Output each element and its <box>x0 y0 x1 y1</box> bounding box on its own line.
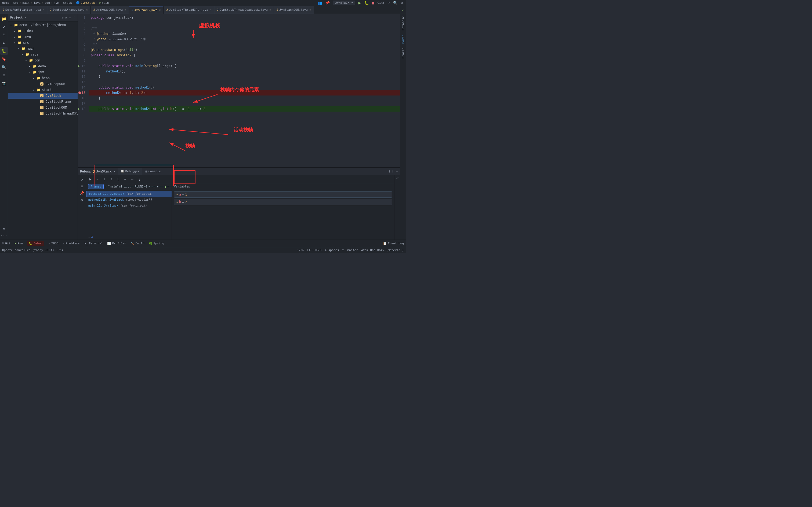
tree-item-stack[interactable]: ▾ 📁 stack <box>8 87 78 93</box>
debug-btn-more[interactable]: ⋮ <box>137 176 142 182</box>
sidebar-icon-commit[interactable]: ✔ <box>0 23 8 31</box>
sidebar-icon-vcs[interactable]: ⑂ <box>0 31 8 39</box>
debug-btn-step-out[interactable]: ↑ <box>108 176 114 182</box>
tree-item-demo-folder[interactable]: ▸ 📁 demo <box>8 63 78 69</box>
tree-item-jvmstackthreadcpu[interactable]: J JvmStackThreadCPU <box>8 111 78 116</box>
frames-minus-icon[interactable]: − <box>167 184 169 189</box>
bottom-debug[interactable]: 🐛 Debug <box>27 241 44 246</box>
breadcrumb-main[interactable]: main <box>22 1 30 5</box>
debug-btn-evaluate[interactable]: Ε <box>115 176 121 182</box>
debug-btn-step-over[interactable]: ↷ <box>95 176 100 182</box>
project-header-settings-icon[interactable]: ⚙ <box>62 16 64 19</box>
thread-dropdown-arrow[interactable]: ▾ <box>148 185 150 188</box>
sidebar-icon-project[interactable]: 📁 <box>0 15 8 22</box>
tree-item-com[interactable]: ▾ 📁 com <box>8 57 78 63</box>
sidebar-icon-debug[interactable]: 🐛 <box>0 47 8 55</box>
debug-button[interactable]: 🐛 <box>364 1 369 5</box>
tree-item-main[interactable]: ▾ 📁 main <box>8 46 78 52</box>
debug-minimize-icon[interactable]: ─ <box>396 170 398 173</box>
tree-item-jvmstack[interactable]: J JvmStack <box>8 93 78 99</box>
tree-item-root[interactable]: ▾ 📁 demo ~/IdeaProjects/demo <box>8 22 78 28</box>
debug-btn-step-into[interactable]: ↓ <box>101 176 107 182</box>
tab-close-jvmstack[interactable]: × <box>159 9 161 11</box>
debug-tool-pin[interactable]: 📌 <box>79 190 85 196</box>
tab-jvmstack[interactable]: J JvmStack.java × <box>129 6 163 14</box>
sidebar-icon-camera[interactable]: 📷 <box>0 79 8 87</box>
debug-btn-run-cursor[interactable]: ⇨ <box>130 176 135 182</box>
bottom-run[interactable]: ▶ Run <box>15 242 23 245</box>
status-indent[interactable]: 4 spaces <box>325 248 339 252</box>
sidebar-icon-structure[interactable]: ≡ <box>0 71 8 79</box>
debug-btn-force-step[interactable]: ⇉ <box>122 176 129 182</box>
project-header-expand-icon[interactable]: ⤢ <box>65 16 67 19</box>
debug-right-icon-expand[interactable]: ⤢ <box>396 176 399 180</box>
status-encoding[interactable]: LF UTF-8 <box>307 248 321 252</box>
breakpoint-15[interactable] <box>79 92 81 94</box>
tab-close-jvmstackframe[interactable]: × <box>86 8 88 11</box>
frame-item-method2[interactable]: method2:19, JvmStack (com.jvm.stack) <box>86 191 171 196</box>
tree-item-jvmstackoom[interactable]: J JvmStackOOM <box>8 105 78 111</box>
project-header-gear-icon[interactable]: ⋮ <box>72 16 75 19</box>
frames-label-button[interactable]: Frames <box>88 184 104 189</box>
tree-item-jvm[interactable]: ▾ 📁 jvm <box>8 69 78 75</box>
debug-tool-list[interactable]: ≡ <box>79 183 85 189</box>
tree-item-mvn[interactable]: ▸ 📁 .mvn <box>8 34 78 40</box>
right-sidebar-maven[interactable]: Maven <box>401 33 405 46</box>
tab-demoapplication[interactable]: J DemoApplication.java × <box>0 6 47 14</box>
tree-item-jvmstackframe[interactable]: J JvmStackFrame <box>8 99 78 105</box>
debug-tool-restart[interactable]: ↺ <box>79 176 85 182</box>
bottom-build[interactable]: 🔨 Build <box>131 242 144 245</box>
tab-jvmstackoom[interactable]: J JvmStackOOM.java × <box>274 6 314 14</box>
bottom-problems[interactable]: ⚠ Problems <box>63 242 80 245</box>
run-arrow-10[interactable]: ▶ <box>79 63 80 69</box>
breadcrumb-java[interactable]: java <box>34 1 41 5</box>
tab-close-jvmstackthreadcpu[interactable]: × <box>210 8 211 11</box>
status-vcs[interactable]: master <box>347 248 358 252</box>
thread-down-arrow[interactable]: ↓ <box>154 185 156 188</box>
breadcrumb-jvm[interactable]: jvm <box>54 1 59 5</box>
breadcrumb-com[interactable]: com <box>45 1 50 5</box>
breadcrumb-jvmstack[interactable]: JvmStack <box>81 1 95 5</box>
thread-filter-icon[interactable]: ▼ <box>157 185 159 188</box>
bottom-eventlog[interactable]: 📋 Event Log <box>383 242 404 245</box>
tree-item-heap[interactable]: ▾ 📁 heap <box>8 75 78 81</box>
debug-close-btn[interactable]: × <box>114 170 116 173</box>
bottom-profiler[interactable]: 📊 Profiler <box>107 242 126 245</box>
tab-close-jvmheapoom[interactable]: × <box>124 8 126 11</box>
tab-jvmstackthreaddeadlock[interactable]: J JvmStackThreadDeadLock.java × <box>214 6 274 14</box>
breadcrumb-src[interactable]: src <box>13 1 18 5</box>
project-header-close-icon[interactable]: × <box>69 16 71 19</box>
project-dropdown-icon[interactable]: ▾ <box>24 16 26 19</box>
bottom-spring[interactable]: 🌿 Spring <box>149 242 164 245</box>
frames-thread-dropdown[interactable]: ✓ "main"@1 i...: RUNNING ▾ ↑ ↓ ▼ <box>105 185 159 188</box>
debug-tab-debugger[interactable]: 🔲 Debugger <box>118 168 142 175</box>
tree-item-jvmheapoom[interactable]: J JvmHeapOOM <box>8 81 78 87</box>
debug-btn-resume[interactable]: ▶ <box>88 176 93 182</box>
frames-scroll-down[interactable]: ↓ <box>88 235 90 238</box>
tree-item-src[interactable]: ▾ 📁 src <box>8 40 78 46</box>
code-lines[interactable]: package com.jvm.stack; /** * @author Joh… <box>89 14 400 167</box>
breadcrumb-demo[interactable]: demo <box>2 1 9 5</box>
right-sidebar-database[interactable]: Database <box>401 14 405 33</box>
bottom-git[interactable]: ⑂ Git <box>2 242 10 245</box>
git-icon[interactable]: ⑂ <box>388 1 390 5</box>
frames-add-icon[interactable]: + <box>164 184 166 189</box>
run-arrow-18[interactable]: ▶ <box>79 106 80 112</box>
breadcrumb-main-label[interactable]: main <box>102 1 109 5</box>
sidebar-icon-find[interactable]: 🔍 <box>0 63 8 71</box>
debug-tab-console[interactable]: ▤ Console <box>143 168 163 175</box>
bottom-todo[interactable]: ✓ TODO <box>49 242 58 245</box>
frame-item-method1[interactable]: method1:15, JvmStack (com.jvm.stack) <box>86 196 171 203</box>
tab-jvmheapoom[interactable]: J JvmHeapOOM.java × <box>91 6 129 14</box>
sidebar-icon-run[interactable]: ▶ <box>0 39 8 47</box>
tree-item-java[interactable]: ▾ 📁 java <box>8 52 78 57</box>
thread-up-arrow[interactable]: ↑ <box>151 185 153 188</box>
breadcrumb-stack[interactable]: stack <box>63 1 72 5</box>
run-button[interactable]: ▶ <box>358 0 361 5</box>
tab-close-jvmstackthreaddeadlock[interactable]: × <box>269 8 271 11</box>
tab-close-jvmstackoom[interactable]: × <box>309 8 311 11</box>
status-position[interactable]: 12:6 <box>297 248 304 252</box>
debug-tool-settings[interactable]: ⚙ <box>79 197 85 203</box>
run-config[interactable]: JVMSTACK ▾ <box>333 1 355 5</box>
bottom-terminal[interactable]: >_ Terminal <box>84 242 103 245</box>
